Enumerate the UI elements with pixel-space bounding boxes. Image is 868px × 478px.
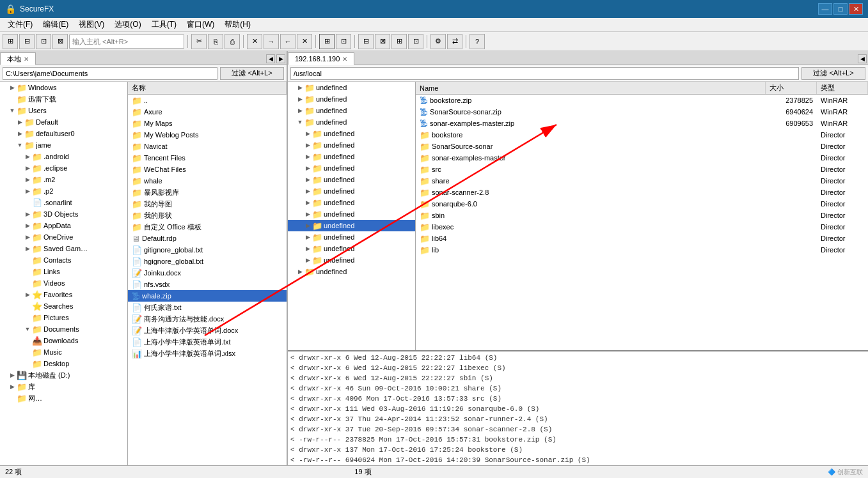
tree-item[interactable]: ▶📁undefined xyxy=(288,151,415,162)
tree-item[interactable]: 📥Downloads xyxy=(0,335,127,346)
tree-item[interactable]: 📁Pictures xyxy=(0,312,127,323)
remote-file-row[interactable]: 📁 lib Director xyxy=(416,244,868,256)
menu-window[interactable]: 窗口(W) xyxy=(182,18,219,31)
tree-item[interactable]: ▶📁undefined xyxy=(288,266,415,277)
tree-expander[interactable]: ▶ xyxy=(23,221,32,230)
left-file-row[interactable]: 📁 我的形状 xyxy=(128,210,287,221)
tb-icon3[interactable]: ⊞ xyxy=(391,34,407,49)
tb-paste[interactable]: ⎙ xyxy=(225,34,240,49)
left-file-row[interactable]: 📝 Joinku.docx xyxy=(128,267,287,279)
left-file-row[interactable]: 📁 whale xyxy=(128,175,287,187)
tree-expander[interactable]: ▶ xyxy=(303,198,312,207)
remote-file-row[interactable]: 📁 sonarqube-6.0 Director xyxy=(416,198,868,210)
tree-item[interactable]: ▶📁undefined xyxy=(288,197,415,208)
left-file-row[interactable]: 📁 .. xyxy=(128,95,287,106)
tree-expander[interactable]: ▼ xyxy=(15,141,24,150)
tb-rename[interactable]: → xyxy=(264,34,279,49)
tree-expander[interactable]: ▶ xyxy=(303,256,312,265)
tree-item[interactable]: ▶📁Windows xyxy=(0,82,127,93)
tb-copy[interactable]: ⎘ xyxy=(208,34,223,49)
remote-file-row[interactable]: 📁 libexec Director xyxy=(416,221,868,233)
tree-item[interactable]: ▶📁undefined xyxy=(288,220,415,231)
tree-expander[interactable]: ▶ xyxy=(23,210,32,219)
tree-item[interactable]: ▶📁defaultuser0 xyxy=(0,128,127,139)
left-file-row[interactable]: 📄 hgignore_global.txt xyxy=(128,256,287,267)
remote-col-size[interactable]: 大小 xyxy=(766,82,817,94)
tb-delete[interactable]: ✕ xyxy=(247,34,262,49)
tree-item[interactable]: 📁迅雷下载 xyxy=(0,93,127,105)
tree-item[interactable]: ▶📁undefined xyxy=(288,162,415,174)
remote-tab[interactable]: 192.168.1.190 ✕ xyxy=(288,52,354,65)
tree-expander[interactable]: ▶ xyxy=(303,152,312,161)
tree-item[interactable]: 📁Videos xyxy=(0,277,127,289)
tree-item[interactable]: 📁Music xyxy=(0,346,127,358)
tree-expander[interactable]: ▶ xyxy=(8,83,17,92)
local-tab-close[interactable]: ✕ xyxy=(24,56,29,63)
tab-prev-btn[interactable]: ◀ xyxy=(266,54,275,63)
tab-next-btn[interactable]: ▶ xyxy=(276,54,285,63)
remote-file-row[interactable]: 📁 sbin Director xyxy=(416,210,868,221)
tree-expander[interactable]: ▶ xyxy=(296,267,304,276)
remote-file-row[interactable]: 🗜 sonar-examples-master.zip 6909653 WinR… xyxy=(416,118,868,129)
tree-item[interactable]: ▶📁undefined xyxy=(288,105,415,116)
tree-expander[interactable]: ▶ xyxy=(23,164,32,173)
tree-expander[interactable]: ▼ xyxy=(8,106,17,115)
minimize-button[interactable]: — xyxy=(818,3,832,15)
tb-refresh[interactable]: ✕ xyxy=(297,34,312,49)
tree-expander[interactable]: ▶ xyxy=(23,175,32,184)
tree-expander[interactable]: ▶ xyxy=(23,233,32,242)
remote-file-row[interactable]: 📁 SonarSource-sonar Director xyxy=(416,141,868,152)
tree-expander[interactable]: ▶ xyxy=(303,164,312,173)
tree-item[interactable]: ▶📁.p2 xyxy=(0,185,127,197)
left-file-row[interactable]: 🗜 whale.zip xyxy=(128,290,287,302)
left-file-row[interactable]: 📄 gitignore_global.txt xyxy=(128,244,287,256)
maximize-button[interactable]: □ xyxy=(833,3,848,15)
tb-settings[interactable]: ⚙ xyxy=(430,34,446,49)
tree-item[interactable]: ▶📁.eclipse xyxy=(0,162,127,174)
tree-expander[interactable]: ▶ xyxy=(303,187,312,196)
tree-expander[interactable]: ▶ xyxy=(15,118,24,127)
host-input[interactable] xyxy=(69,35,184,49)
menu-view[interactable]: 视图(V) xyxy=(74,18,109,31)
tree-item[interactable]: ▼📁jame xyxy=(0,139,127,151)
remote-file-row[interactable]: 🗜 bookstore.zip 2378825 WinRAR xyxy=(416,95,868,106)
tb-btn-2[interactable]: ⊟ xyxy=(19,34,35,49)
tree-item[interactable]: ▶📁undefined xyxy=(288,254,415,266)
tree-item[interactable]: 📁Contacts xyxy=(0,254,127,266)
tree-item[interactable]: 📁Links xyxy=(0,266,127,277)
tree-expander[interactable]: ▶ xyxy=(23,290,32,299)
left-file-row[interactable]: 📁 我的导图 xyxy=(128,198,287,210)
tree-item[interactable]: ▶📁.android xyxy=(0,151,127,162)
menu-edit[interactable]: 编辑(E) xyxy=(38,18,74,31)
left-file-row[interactable]: 📁 自定义 Office 模板 xyxy=(128,221,287,233)
tree-item[interactable]: ▶📁Default xyxy=(0,116,127,128)
tree-expander[interactable]: ▶ xyxy=(296,83,304,92)
tree-item[interactable]: ▶📁undefined xyxy=(288,82,415,93)
left-path-input[interactable] xyxy=(3,67,217,80)
tree-item[interactable]: ▼📁undefined xyxy=(288,116,415,128)
tree-expander[interactable]: ▶ xyxy=(303,141,312,150)
right-path-input[interactable] xyxy=(290,67,799,80)
tree-item[interactable]: ▶💾本地磁盘 (D:) xyxy=(0,369,127,381)
tree-item[interactable]: 📄.sonarlint xyxy=(0,197,127,208)
tb-btn-4[interactable]: ⊠ xyxy=(52,34,68,49)
tree-item[interactable]: ▶📁3D Objects xyxy=(0,208,127,220)
local-tab[interactable]: 本地 ✕ xyxy=(0,52,36,65)
tb-icon2[interactable]: ⊠ xyxy=(375,34,390,49)
tree-item[interactable]: 📁网… xyxy=(0,392,127,404)
left-file-row[interactable]: 📁 Tencent Files xyxy=(128,152,287,164)
remote-file-row[interactable]: 📁 sonar-scanner-2.8 Director xyxy=(416,187,868,198)
tb-sync[interactable]: ⇄ xyxy=(447,34,462,49)
remote-col-type[interactable]: 类型 xyxy=(817,82,868,94)
right-filter-btn[interactable] xyxy=(801,67,865,80)
tree-item[interactable]: ▶📁undefined xyxy=(288,174,415,185)
tree-expander[interactable]: ▶ xyxy=(23,187,32,196)
tb-view2[interactable]: ⊡ xyxy=(336,34,351,49)
left-filter-btn[interactable] xyxy=(220,67,284,80)
tree-item[interactable]: ▶📁AppData xyxy=(0,220,127,231)
tree-item[interactable]: ▶📁库 xyxy=(0,381,127,392)
left-file-row[interactable]: 📁 My Weblog Posts xyxy=(128,129,287,141)
tree-expander[interactable]: ▶ xyxy=(303,233,312,242)
tree-expander[interactable]: ▶ xyxy=(303,221,312,230)
left-file-row[interactable]: 📊 上海小学牛津版英语单词.xlsx xyxy=(128,348,287,359)
